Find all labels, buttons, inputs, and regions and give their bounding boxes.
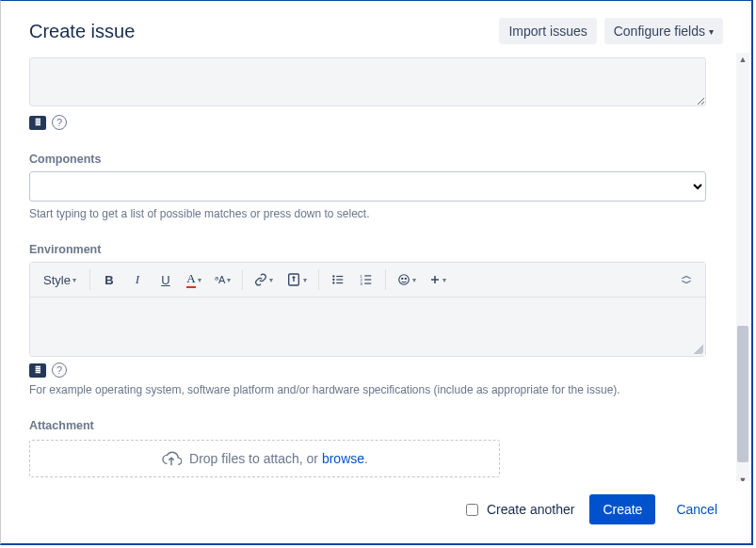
rte-style-dropdown[interactable]: Style▾ [36,266,84,293]
rte-bulletlist-button[interactable] [325,266,351,293]
dialog-title: Create issue [29,21,135,42]
numberlist-icon: 123 [360,273,373,286]
attachment-dropzone[interactable]: Drop files to attach, or browse. [29,440,500,477]
svg-point-3 [332,282,334,283]
scrollbar[interactable]: ▲ ▼ [736,53,749,487]
svg-point-13 [399,275,410,285]
chevron-down-icon: ▾ [709,26,714,37]
dropzone-text: Drop files to attach, or browse. [189,451,368,466]
svg-rect-5 [337,279,344,280]
dialog-body[interactable]: ≣ ? Components Start typing to get a lis… [1,53,734,487]
dialog-footer: Create another Create Cancel [1,481,751,543]
rte-underline-button[interactable]: U [153,266,179,293]
components-select[interactable] [29,171,706,201]
components-label: Components [29,153,706,166]
rte-attachment-button[interactable]: ▾ [281,266,313,293]
link-icon [254,273,267,286]
visual-editor-icon[interactable]: ≣ [29,116,46,130]
rte-moreformat-button[interactable]: ᵃA▾ [209,266,236,293]
create-another-checkbox[interactable] [466,504,478,516]
svg-point-15 [405,278,406,279]
environment-label: Environment [29,243,706,256]
create-issue-dialog: Create issue Import issues Configure fie… [0,0,753,545]
rte-emoji-button[interactable]: ▾ [392,266,422,293]
rte-link-button[interactable]: ▾ [249,266,279,293]
visual-editor-icon[interactable]: ≣ [29,363,46,378]
browse-link[interactable]: browse [322,451,364,466]
help-icon[interactable]: ? [52,363,67,378]
environment-textarea[interactable] [30,298,705,356]
prior-field-textarea[interactable] [29,57,706,106]
rte-numberlist-button[interactable]: 123 [353,266,379,293]
environment-editor: Style▾ B I U A▾ ᵃA▾ ▾ ▾ [29,262,706,357]
plus-icon [429,274,441,285]
cancel-button[interactable]: Cancel [670,501,723,518]
chevron-down-icon: ▾ [303,276,307,284]
svg-rect-6 [337,282,344,283]
environment-help: For example operating system, software p… [29,383,706,396]
scrollbar-thumb[interactable] [737,326,748,462]
attachment-icon [286,272,301,287]
rte-textcolor-button[interactable]: A▾ [181,266,207,293]
svg-rect-12 [365,283,372,284]
separator [89,269,90,290]
bulletlist-icon [331,273,345,286]
upload-cloud-icon [161,450,182,467]
field-icons: ≣ ? [29,363,706,378]
chevron-down-icon: ▾ [412,276,416,284]
components-help: Start typing to get a list of possible m… [29,207,706,220]
dialog-header: Create issue Import issues Configure fie… [1,1,751,54]
rte-collapse-button[interactable] [673,266,700,293]
svg-point-1 [332,275,334,277]
field-icons: ≣ ? [29,115,706,130]
create-button[interactable]: Create [589,494,655,524]
separator [385,269,386,290]
create-another-option[interactable]: Create another [462,501,574,519]
separator [318,269,319,290]
chevron-down-icon: ▾ [198,276,201,284]
rte-toolbar: Style▾ B I U A▾ ᵃA▾ ▾ ▾ [30,263,705,298]
svg-text:3: 3 [361,282,363,286]
svg-rect-11 [365,279,372,280]
separator [242,269,243,290]
chevron-down-icon: ▾ [227,276,231,284]
import-issues-button[interactable]: Import issues [499,18,596,44]
chevron-down-icon: ▾ [442,276,446,284]
collapse-icon [680,275,693,284]
attachment-label: Attachment [29,419,706,432]
header-actions: Import issues Configure fields ▾ [499,18,723,44]
chevron-down-icon: ▾ [269,276,273,284]
emoji-icon [397,273,410,286]
svg-point-14 [402,278,403,279]
help-icon[interactable]: ? [52,115,67,130]
rte-insert-button[interactable]: ▾ [424,266,452,293]
chevron-down-icon: ▾ [72,276,76,284]
configure-fields-button[interactable]: Configure fields ▾ [604,18,723,44]
svg-rect-4 [337,276,344,277]
svg-point-2 [332,279,334,281]
rte-italic-button[interactable]: I [124,266,151,293]
scroll-up-icon[interactable]: ▲ [736,53,749,66]
svg-rect-10 [365,275,372,276]
rte-bold-button[interactable]: B [96,266,122,293]
